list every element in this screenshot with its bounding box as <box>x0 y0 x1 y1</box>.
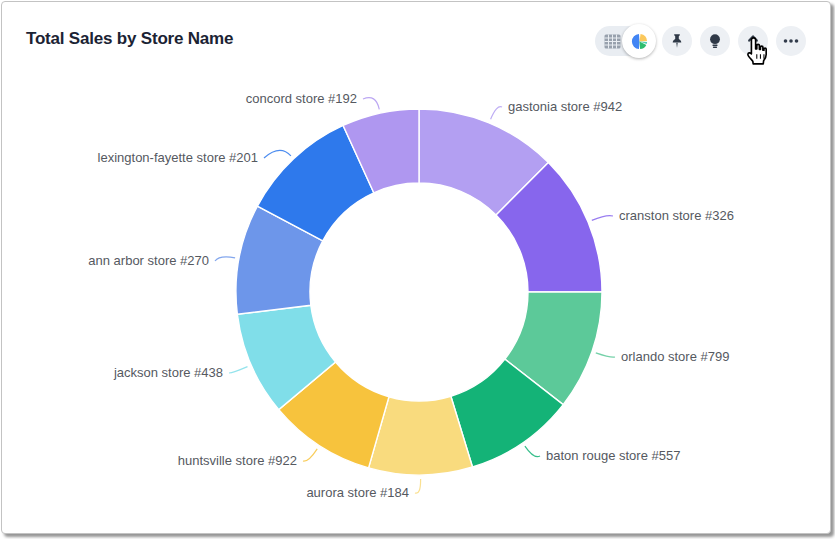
label-leader-line <box>525 446 540 457</box>
slice-label: huntsville store #922 <box>178 453 297 468</box>
label-leader-line <box>229 367 248 373</box>
label-leader-line <box>596 353 615 357</box>
label-leader-line <box>303 449 317 461</box>
slice-label: cranston store #326 <box>619 208 734 223</box>
slice-label: ann arbor store #270 <box>88 253 209 268</box>
label-leader-line <box>415 479 421 493</box>
chart-card: Total Sales by Store Name <box>1 1 831 534</box>
donut-chart: gastonia store #942cranston store #326or… <box>1 1 831 534</box>
label-leader-line <box>491 107 502 120</box>
label-leader-line <box>363 98 379 110</box>
label-leader-line <box>215 257 235 261</box>
slice-label: concord store #192 <box>246 91 357 106</box>
slice-label: lexington-fayette store #201 <box>98 150 258 165</box>
slice-label: jackson store #438 <box>113 365 223 380</box>
slice-label: aurora store #184 <box>306 485 409 500</box>
label-leader-line <box>264 150 291 158</box>
slice-label: baton rouge store #557 <box>546 448 680 463</box>
label-leader-line <box>592 216 613 221</box>
slice-label: orlando store #799 <box>621 349 729 364</box>
slice-label: gastonia store #942 <box>508 99 622 114</box>
